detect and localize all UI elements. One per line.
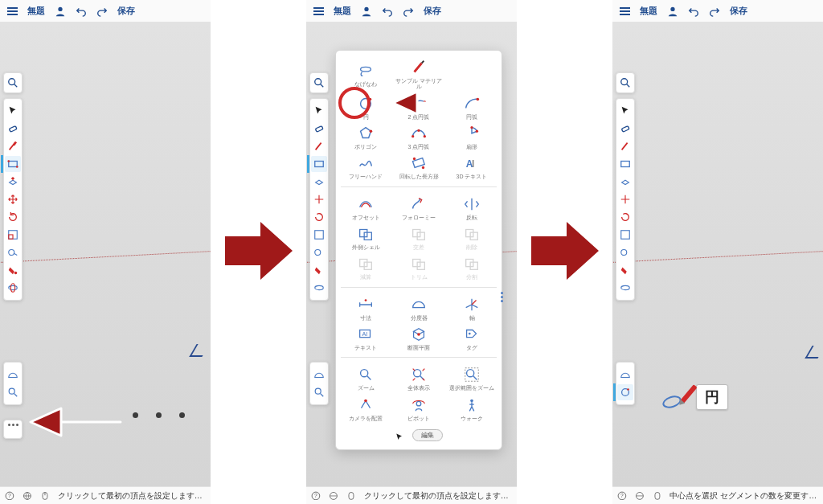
zoom-tool[interactable] [5,384,21,400]
select-tool[interactable] [311,103,327,119]
menu-icon[interactable] [619,6,630,17]
rotate-tool[interactable] [617,209,633,225]
rotate-tool[interactable] [5,209,21,225]
pushpull-tool[interactable] [311,174,327,190]
help-icon[interactable]: ? [5,490,14,501]
palette-three-point-arc[interactable]: 3 点円弧 [394,121,444,151]
palette-rotated-rect[interactable]: 回転した長方形 [394,151,444,181]
palette-section[interactable]: 断面平面 [394,322,444,352]
palette-dimension[interactable]: 寸法 [341,293,391,322]
pushpull-tool[interactable] [5,174,21,190]
eraser-tool[interactable] [311,121,327,137]
canvas[interactable]: 円 [612,23,823,486]
save-button[interactable]: 保存 [117,5,135,17]
palette-tag[interactable]: タグ [447,322,497,352]
palette-offset[interactable]: オフセット [341,192,391,222]
rotate-tool[interactable] [311,209,327,225]
move-tool[interactable] [5,191,21,207]
eraser-tool[interactable] [617,121,633,137]
palette-walk[interactable]: ウォーク [447,393,497,423]
line-tool[interactable] [311,138,327,154]
undo-icon[interactable] [76,6,87,17]
menu-icon[interactable] [6,6,18,17]
orbit-tool[interactable] [5,280,21,296]
rectangle-tool[interactable] [5,156,21,172]
rectangle-tool[interactable] [617,156,633,172]
user-icon[interactable] [55,6,66,17]
palette-axes[interactable]: 軸 [447,293,497,322]
palette-freehand[interactable]: フリーハンド [341,151,391,181]
protractor-tool[interactable] [5,367,21,383]
globe-icon[interactable] [329,490,338,501]
tape-tool[interactable] [5,244,21,260]
palette-flip[interactable]: 反転 [447,192,497,222]
scale-tool[interactable] [5,227,21,243]
orbit-tool[interactable] [617,280,633,296]
palette-polygon[interactable]: ポリゴン [341,121,391,151]
svg-point-59 [361,370,368,377]
line-tool[interactable] [5,138,21,154]
orbit-tool[interactable] [311,280,327,296]
subtract-icon [462,224,481,244]
undo-icon[interactable] [688,6,699,17]
protractor-tool[interactable] [311,367,327,383]
palette-position-camera[interactable]: カメラを配置 [341,393,391,423]
palette-lasso[interactable]: なげなわ [341,55,391,92]
paint-tool[interactable] [311,262,327,278]
tape-tool[interactable] [311,244,327,260]
lasso-icon [356,61,375,80]
palette-protractor2[interactable]: 分度器 [394,293,444,322]
palette-edit-button[interactable]: 編集 [412,429,443,441]
globe-icon[interactable] [635,490,645,501]
undo-icon[interactable] [382,6,393,17]
scale-tool[interactable] [617,227,633,243]
help-icon[interactable]: ? [311,490,321,501]
circle-tool[interactable] [617,384,633,400]
menu-icon[interactable] [313,6,324,17]
move-tool[interactable] [311,191,327,207]
redo-icon[interactable] [709,6,720,17]
select-tool[interactable] [617,103,633,119]
line-tool[interactable] [617,138,633,154]
eraser-tool[interactable] [5,121,21,137]
look-around-icon [409,395,428,415]
scale-tool[interactable] [311,227,327,243]
zoom-tool[interactable] [311,384,327,400]
palette-look-around[interactable]: ピボット [394,393,444,423]
save-button[interactable]: 保存 [424,5,441,17]
move-tool[interactable] [617,191,633,207]
topbar: 無題 保存 [612,0,823,23]
user-icon[interactable] [361,6,372,17]
search-button[interactable] [616,72,635,93]
palette-text[interactable]: AIテキスト [341,322,391,352]
redo-icon[interactable] [403,6,414,17]
svg-text:AI: AI [362,330,367,338]
rectangle-tool[interactable] [311,156,327,172]
pushpull-tool[interactable] [617,174,633,190]
palette-3d-text[interactable]: AI3D テキスト [447,151,497,181]
redo-icon[interactable] [96,6,108,17]
svg-point-30 [477,97,480,100]
palette-pie[interactable]: 扇形 [447,121,497,151]
palette-outer-shell[interactable]: 外側シェル [341,222,391,252]
svg-point-6 [16,166,18,168]
palette-followme[interactable]: フォローミー [394,192,444,222]
user-icon[interactable] [667,6,678,17]
tape-tool[interactable] [617,244,633,260]
palette-zoom-selection[interactable]: 選択範囲をズーム [447,363,497,392]
save-button[interactable]: 保存 [730,5,747,17]
help-icon[interactable]: ? [617,490,627,501]
toolbar-more-button[interactable] [3,420,23,439]
palette-zoom2[interactable]: ズーム [341,363,391,392]
palette-item-label: 回転した長方形 [399,174,439,179]
palette-zoom-extents[interactable]: 全体表示 [394,363,444,392]
svg-point-13 [9,388,14,394]
paint-tool[interactable] [5,262,21,278]
protractor-tool[interactable] [617,367,633,383]
paint-tool[interactable] [617,262,633,278]
globe-icon[interactable] [23,490,32,501]
search-button[interactable] [309,72,329,93]
search-button[interactable] [3,72,23,93]
svg-point-35 [470,126,473,129]
select-tool[interactable] [5,103,21,119]
